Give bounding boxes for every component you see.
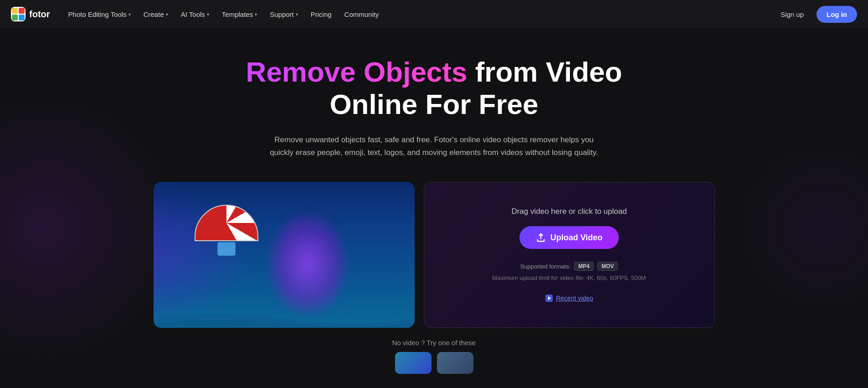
sample-video-button-1[interactable]: [395, 352, 431, 374]
logo-link[interactable]: fotor: [11, 7, 50, 21]
chevron-down-icon: ▾: [128, 12, 131, 17]
fotor-logo-icon: [11, 7, 26, 21]
svg-rect-4: [19, 15, 25, 21]
recent-video-icon: [545, 294, 553, 302]
nav-links: Photo Editing Tools ▾ Create ▾ AI Tools …: [63, 7, 776, 22]
svg-rect-1: [12, 8, 18, 14]
navbar: fotor Photo Editing Tools ▾ Create ▾ AI …: [0, 0, 868, 28]
sample-video-button-2[interactable]: [437, 352, 473, 374]
bottom-section: No video ? Try one of these: [11, 328, 857, 374]
format-mov-badge: MOV: [597, 262, 618, 271]
upload-icon: [536, 233, 546, 243]
page-title: Remove Objects from Video Online For Fre…: [216, 56, 653, 121]
nav-item-create[interactable]: Create ▾: [138, 7, 174, 22]
parachute-dome: [195, 205, 258, 241]
format-mp4-badge: MP4: [574, 262, 594, 271]
log-in-button[interactable]: Log in: [817, 6, 857, 23]
water-ripples: [154, 300, 415, 328]
video-preview-panel: [154, 182, 415, 328]
nav-item-ai-tools[interactable]: AI Tools ▾: [175, 7, 215, 22]
nav-item-pricing[interactable]: Pricing: [305, 7, 337, 22]
sample-buttons-row: [11, 352, 857, 374]
parachute-object: [195, 205, 258, 259]
svg-rect-3: [12, 15, 18, 21]
sign-up-button[interactable]: Sign up: [775, 7, 809, 22]
upload-limit-text: Maximum upload limit for video file: 4K,…: [492, 274, 646, 281]
chevron-down-icon: ▾: [207, 12, 209, 17]
formats-row: Supported formats: MP4 MOV: [520, 262, 618, 271]
chevron-down-icon: ▾: [166, 12, 168, 17]
nav-item-community[interactable]: Community: [339, 7, 385, 22]
drag-label: Drag video here or click to upload: [511, 207, 627, 216]
chevron-down-icon: ▾: [255, 12, 257, 17]
svg-rect-2: [19, 8, 25, 14]
logo-text: fotor: [29, 9, 50, 20]
upload-panel[interactable]: Drag video here or click to upload Uploa…: [424, 182, 715, 328]
hero-section: Remove Objects from Video Online For Fre…: [0, 28, 868, 374]
nav-item-photo-editing[interactable]: Photo Editing Tools ▾: [63, 7, 136, 22]
water-scene: [154, 182, 415, 328]
title-highlight: Remove Objects: [246, 56, 467, 88]
hero-subtitle: Remove unwanted objects fast, safe and f…: [266, 134, 603, 159]
nav-item-support[interactable]: Support ▾: [264, 7, 303, 22]
no-video-text: No video ? Try one of these: [11, 339, 857, 347]
upload-video-button[interactable]: Upload Video: [519, 226, 619, 249]
chevron-down-icon: ▾: [296, 12, 298, 17]
nav-item-templates[interactable]: Templates ▾: [216, 7, 262, 22]
selection-blob: [269, 214, 346, 314]
recent-video-link[interactable]: Recent video: [545, 294, 593, 302]
parachute-body: [217, 242, 236, 256]
nav-right: Sign up Log in: [775, 6, 857, 23]
content-area: Drag video here or click to upload Uploa…: [143, 182, 726, 328]
